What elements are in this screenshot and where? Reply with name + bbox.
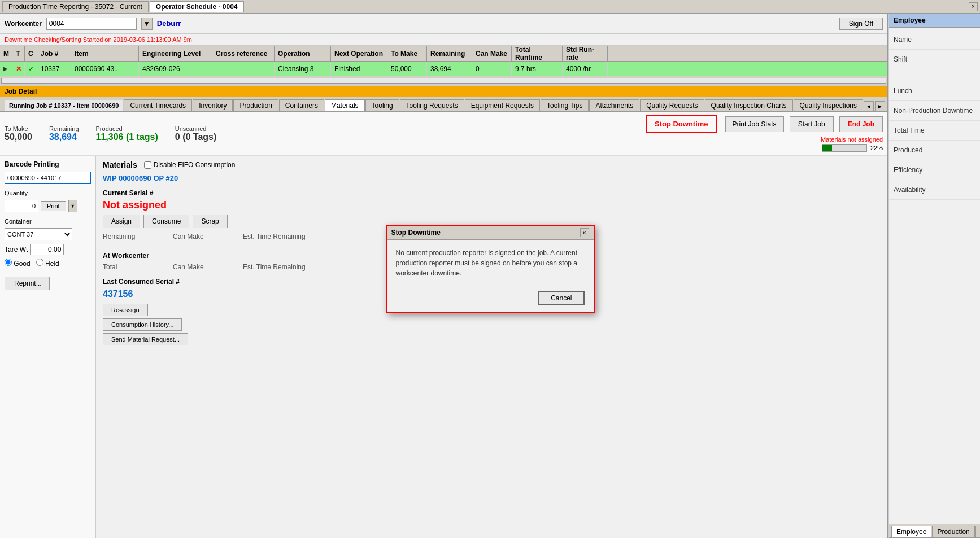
dialog-title-bar: Stop Downtime × bbox=[387, 226, 594, 240]
dialog-close-icon[interactable]: × bbox=[580, 228, 589, 237]
cancel-button[interactable]: Cancel bbox=[538, 291, 584, 305]
dialog-buttons: Cancel bbox=[387, 286, 594, 312]
stop-downtime-dialog: Stop Downtime × No current production re… bbox=[386, 225, 595, 313]
dialog-overlay: Stop Downtime × No current production re… bbox=[0, 0, 980, 538]
dialog-title: Stop Downtime bbox=[391, 229, 441, 237]
dialog-content: No current production reporter is signed… bbox=[387, 240, 594, 286]
